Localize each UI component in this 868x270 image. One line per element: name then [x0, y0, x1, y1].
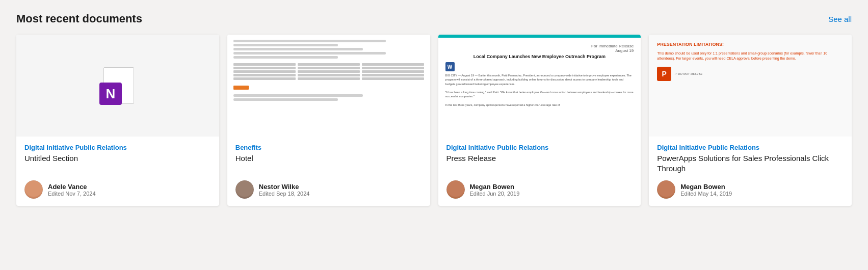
inv-cell-6	[362, 67, 424, 69]
inv-cell-11	[298, 74, 360, 76]
card-body-3: Digital Initiative Public Relations Pres…	[438, 137, 641, 206]
card-link-1[interactable]: Digital Initiative Public Relations	[24, 144, 211, 151]
card-subtitle-2: Hotel	[235, 153, 422, 164]
inv-line-1	[233, 40, 386, 42]
card-subtitle-3: Press Release	[446, 153, 633, 164]
inv-cell-14	[298, 77, 360, 80]
card-footer-4: Megan Bowen Edited May 14, 2019	[657, 180, 844, 199]
user-name-1: Adele Vance	[48, 183, 96, 191]
inv-cell-2	[298, 63, 360, 66]
user-info-1: Adele Vance Edited Nov 7, 2024	[48, 183, 96, 197]
ppt-icon-row: P ☞ DO NOT DELETE	[657, 67, 702, 81]
press-body-text: BIG CITY — August 19 — Earlier this mont…	[445, 73, 634, 107]
word-icon: W	[445, 62, 455, 71]
inv-line-4	[233, 52, 386, 55]
user-info-4: Megan Bowen Edited May 14, 2019	[680, 183, 732, 197]
card-thumbnail-3: For Immediate ReleaseAugust 19 Local Com…	[438, 35, 641, 137]
user-edit-date-4: Edited May 14, 2019	[680, 191, 732, 197]
avatar-face-megan2	[657, 180, 675, 199]
card-footer-3: Megan Bowen Edited Jun 20, 2019	[446, 180, 633, 199]
section-header: Most recent documents See all	[16, 12, 852, 25]
press-word-icon-row: W	[445, 62, 634, 71]
card-link-4[interactable]: Digital Initiative Public Relations	[657, 144, 844, 151]
card-thumbnail-4: PRESENTATION LIMITATIONS: This demo shou…	[649, 35, 852, 137]
card-body-2: Benefits Hotel Nestor Wilke Edited Sep 1…	[227, 137, 430, 206]
see-all-link[interactable]: See all	[828, 15, 852, 23]
avatar-megan2	[657, 180, 675, 199]
user-name-4: Megan Bowen	[680, 183, 732, 191]
card-thumbnail-1: N	[16, 35, 219, 137]
inv-cell-3	[362, 63, 424, 66]
inv-line-total	[233, 94, 363, 97]
inv-cell-1	[233, 63, 296, 66]
document-card-1: N Digital Initiative Public Relations Un…	[16, 35, 219, 206]
inv-cell-4	[233, 67, 296, 69]
inv-cell-10	[233, 74, 296, 76]
user-info-2: Nestor Wilke Edited Sep 18, 2024	[259, 183, 310, 197]
inv-table-row-5	[233, 77, 424, 80]
onenote-icon: N	[99, 65, 136, 106]
inv-orange-bar	[233, 86, 249, 90]
avatar-face-nestor	[235, 180, 254, 199]
avatar-megan1	[446, 180, 465, 199]
onenote-n-letter: N	[106, 86, 115, 102]
card-footer-2: Nestor Wilke Edited Sep 18, 2024	[235, 180, 422, 199]
card-subtitle-4: PowerApps Solutions for Sales Profession…	[657, 153, 844, 173]
user-edit-date-2: Edited Sep 18, 2024	[259, 191, 310, 197]
card-body-4: Digital Initiative Public Relations Powe…	[649, 137, 852, 206]
card-body-1: Digital Initiative Public Relations Unti…	[16, 137, 219, 206]
inv-line-2	[233, 44, 338, 46]
inv-cell-15	[362, 77, 424, 80]
user-edit-date-1: Edited Nov 7, 2024	[48, 191, 96, 197]
inv-table-area	[233, 63, 424, 80]
user-name-2: Nestor Wilke	[259, 183, 310, 191]
card-link-3[interactable]: Digital Initiative Public Relations	[446, 144, 633, 151]
inv-cell-5	[298, 67, 360, 69]
inv-line-3	[233, 48, 363, 50]
inv-table-row-4	[233, 74, 424, 76]
user-info-3: Megan Bowen Edited Jun 20, 2019	[470, 183, 520, 197]
cards-row: N Digital Initiative Public Relations Un…	[16, 35, 852, 206]
document-card-3: For Immediate ReleaseAugust 19 Local Com…	[438, 35, 641, 206]
inv-table-row-2	[233, 67, 424, 69]
page-container: Most recent documents See all N Digital …	[0, 0, 868, 270]
onenote-badge: N	[99, 83, 122, 105]
inv-table-row-1	[233, 63, 424, 66]
avatar-nestor	[235, 180, 254, 199]
card-link-2[interactable]: Benefits	[235, 144, 422, 151]
user-name-3: Megan Bowen	[470, 183, 520, 191]
ppt-warning-title: PRESENTATION LIMITATIONS:	[657, 42, 724, 48]
press-date-line: For Immediate ReleaseAugust 19	[445, 44, 634, 53]
avatar-face-megan1	[446, 180, 465, 199]
inv-line-5	[233, 56, 338, 59]
document-card-4: PRESENTATION LIMITATIONS: This demo shou…	[649, 35, 852, 206]
inv-cell-13	[233, 77, 296, 80]
inv-line-total-2	[233, 98, 338, 101]
user-edit-date-3: Edited Jun 20, 2019	[470, 191, 520, 197]
ppt-warning-body: This demo should be used only for 1:1 pr…	[657, 51, 844, 62]
inv-cell-9	[362, 70, 424, 73]
document-card-2: Benefits Hotel Nestor Wilke Edited Sep 1…	[227, 35, 430, 206]
press-headline: Local Company Launches New Employee Outr…	[445, 54, 634, 59]
card-thumbnail-2	[227, 35, 430, 137]
inv-table-row-3	[233, 70, 424, 73]
card-subtitle-1: Untitled Section	[24, 153, 211, 164]
press-inner: For Immediate ReleaseAugust 19 Local Com…	[438, 38, 641, 113]
ppt-do-not-delete-label: ☞ DO NOT DELETE	[674, 72, 702, 75]
avatar-face-adele	[24, 180, 43, 199]
avatar-adele	[24, 180, 43, 199]
card-footer-1: Adele Vance Edited Nov 7, 2024	[24, 180, 211, 199]
powerpoint-icon: P	[657, 67, 671, 81]
invoice-doc-img	[227, 35, 430, 137]
section-title: Most recent documents	[16, 12, 142, 25]
inv-cell-7	[233, 70, 296, 73]
inv-cell-12	[362, 74, 424, 76]
inv-cell-8	[298, 70, 360, 73]
